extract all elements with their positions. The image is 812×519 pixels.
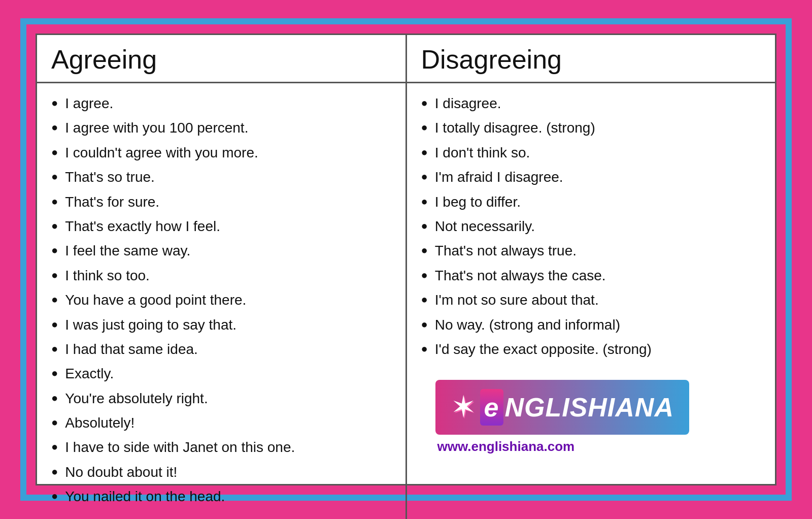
list-item: That's exactly how I feel.: [51, 217, 391, 236]
agreeing-column: I agree.I agree with you 100 percent.I c…: [37, 83, 407, 519]
list-item: That's not always the case.: [421, 267, 761, 285]
list-item: I disagree.: [421, 94, 761, 113]
list-item: I was just going to say that.: [51, 316, 391, 334]
outer-border: Agreeing Disagreeing I agree.I agree wit…: [20, 18, 792, 501]
agreeing-list: I agree.I agree with you 100 percent.I c…: [51, 94, 391, 506]
logo-e-wrap: e: [480, 389, 504, 426]
list-item: That's for sure.: [51, 193, 391, 211]
list-item: That's so true.: [51, 168, 391, 186]
list-item: That's not always true.: [421, 242, 761, 260]
disagreeing-header: Disagreeing: [407, 35, 775, 82]
list-item: I agree.: [51, 94, 391, 113]
list-item: I'm afraid I disagree.: [421, 168, 761, 186]
list-item: You nailed it on the head.: [51, 488, 391, 506]
list-item: I'd say the exact opposite. (strong): [421, 340, 761, 359]
logo-star: ✶: [451, 392, 476, 423]
list-item: Absolutely!: [51, 414, 391, 432]
list-item: Not necessarily.: [421, 217, 761, 236]
list-item: I'm not so sure about that.: [421, 291, 761, 309]
list-item: I had that same idea.: [51, 340, 391, 359]
disagreeing-list: I disagree.I totally disagree. (strong)I…: [421, 94, 761, 365]
card: Agreeing Disagreeing I agree.I agree wit…: [36, 34, 776, 485]
list-item: No way. (strong and informal): [421, 316, 761, 334]
logo-text: NGLISHIANA: [504, 392, 674, 423]
list-item: I think so too.: [51, 267, 391, 285]
list-item: You have a good point there.: [51, 291, 391, 309]
list-item: I couldn't agree with you more.: [51, 144, 391, 162]
list-item: I have to side with Janet on this one.: [51, 438, 391, 457]
list-item: I beg to differ.: [421, 193, 761, 211]
agreeing-header: Agreeing: [37, 35, 407, 82]
list-item: Exactly.: [51, 365, 391, 383]
logo-box: ✶ e NGLISHIANA: [435, 380, 689, 435]
list-item: You're absolutely right.: [51, 390, 391, 408]
list-item: I totally disagree. (strong): [421, 119, 761, 137]
list-item: I agree with you 100 percent.: [51, 119, 391, 137]
logo-area: ✶ e NGLISHIANA www.englishiana.com: [421, 365, 761, 465]
logo-url: www.englishiana.com: [435, 439, 575, 455]
header-row: Agreeing Disagreeing: [37, 35, 775, 83]
list-item: I feel the same way.: [51, 242, 391, 260]
list-item: I don't think so.: [421, 144, 761, 162]
disagreeing-column: I disagree.I totally disagree. (strong)I…: [407, 83, 775, 519]
logo-e-letter: e: [484, 393, 499, 422]
content-row: I agree.I agree with you 100 percent.I c…: [37, 83, 775, 519]
list-item: No doubt about it!: [51, 463, 391, 481]
star-icon: ✶: [451, 390, 476, 424]
